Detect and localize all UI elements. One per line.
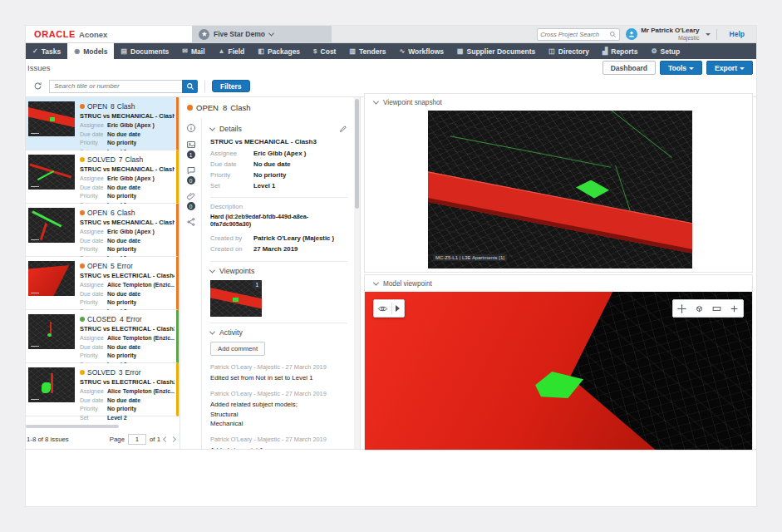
tools-button[interactable]: Tools [660,61,702,75]
detail-number: 8 [223,103,227,112]
zoom-window-icon[interactable] [708,300,725,317]
model-3d-viewport[interactable] [365,292,752,450]
share-icon[interactable] [186,217,196,227]
dashboard-button[interactable]: Dashboard [602,61,656,75]
supplier-documents-icon: ▦ [457,47,464,55]
nav-item-models[interactable]: ◉Models [67,43,114,59]
field-value: No due date [107,131,140,140]
add-comment-button[interactable]: Add comment [210,342,265,356]
next-page-icon[interactable] [170,436,176,442]
comments-button[interactable]: 0 [186,165,196,185]
horizontal-scrollbar[interactable] [26,425,175,429]
search-button[interactable] [182,80,198,93]
red-beam-shape [28,265,69,296]
issues-search-input[interactable] [54,82,178,90]
nav-item-reports[interactable]: ▟Reports [596,43,644,59]
scrollbar-thumb[interactable] [26,425,119,428]
issue-field-row: SetLevel 2 [80,414,175,423]
wireframe-line [601,111,672,158]
user-avatar-icon [626,28,637,40]
viewpoint-thumbnail[interactable]: 1 [210,280,262,317]
user-names: Mr Patrick O'Leary Majestic [641,27,699,41]
scrollbar-thumb[interactable] [355,99,359,209]
refresh-icon[interactable] [33,81,42,91]
activity-text-line: Edited set from Not in set to Level 1 [210,373,347,382]
issue-field-row: PriorityNo priority [80,298,175,308]
field-value: No due date [107,290,140,299]
field-value: No priority [107,405,136,414]
detail-scrollbar[interactable] [354,97,360,449]
issues-list: OPEN 8 Clash STRUC vs MECHANICAL - Clash… [26,97,179,416]
images-count-badge: 1 [187,150,195,159]
status-dot [80,264,85,268]
pan-icon[interactable] [673,300,691,317]
orbit-cube-icon[interactable] [691,300,708,317]
zoom-in-icon[interactable] [725,300,743,317]
previous-page-icon[interactable] [163,436,169,442]
nav-item-packages[interactable]: ◧Packages [251,43,307,59]
cross-project-search-input[interactable] [540,31,609,38]
comment-icon [186,165,196,175]
model-reference-label: MC-Z5-L1 | L3E Apartments [1] [433,254,507,261]
packages-icon: ◧ [258,47,264,55]
green-clash-shape [576,180,609,199]
issue-detail-panel: OPEN 8 Clash 1 0 [180,97,361,449]
expand-arrow-icon[interactable] [392,300,404,317]
triangle-right-icon [396,305,403,312]
issue-field-row: Due dateNo due date [80,290,175,299]
nav-item-setup[interactable]: ⚙Setup [644,43,686,59]
nav-item-supplier-documents[interactable]: ▦Supplier Documents [450,43,542,59]
issues-count: 1-8 of 8 issues [27,436,69,443]
nav-item-field[interactable]: ▲Field [212,43,252,59]
activity-section-header[interactable]: Activity [210,328,347,337]
field-value: No priority [107,298,136,308]
issue-card[interactable]: SOLVED 3 Error STRUC vs ELECTRICAL - Cla… [26,363,179,416]
user-menu[interactable]: Mr Patrick O'Leary Majestic [626,27,710,41]
viewpoint-snapshot-image[interactable]: MC-Z5-L1 | L3E Apartments [1] [428,111,692,268]
viewpoints-section-header[interactable]: Viewpoints [210,267,347,275]
issue-card[interactable]: OPEN 8 Clash STRUC vs MECHANICAL - Clash… [26,97,179,150]
issue-field-row: AssigneeAlice Templeton (Enzic... [80,387,175,397]
issue-field-row: AssigneeEric Gibb (Apex ) [80,175,175,184]
issues-search-field[interactable] [49,80,182,93]
nav-item-directory[interactable]: ◫Directory [542,43,596,59]
attachments-button[interactable]: 0 [186,191,196,210]
issue-card[interactable]: CLOSED 4 Error STRUC vs ELECTRICAL - Cla… [26,310,179,363]
field-value: No priority [107,192,136,201]
issue-title: STRUC vs ELECTRICAL - Clash4 [80,272,175,279]
nav-item-tenders[interactable]: ▥Tenders [342,43,392,59]
nav-item-mail[interactable]: ✉Mail [175,43,211,59]
nav-item-documents[interactable]: ▤Documents [114,43,175,59]
mail-icon: ✉ [182,47,188,55]
divider [210,197,347,198]
nav-item-cost[interactable]: $Cost [307,43,342,59]
details-section-header[interactable]: Details [210,125,347,133]
green-clash-shape [40,224,47,241]
issue-number: 3 [119,368,123,377]
issue-card[interactable]: SOLVED 7 Clash STRUC vs MECHANICAL - Cla… [26,150,179,204]
model-viewpoint-header[interactable]: Model viewpoint [365,275,752,291]
viewpoint-snapshot-header[interactable]: Viewpoint snapshot [365,94,752,110]
edit-pencil-icon[interactable] [339,125,347,133]
issue-card[interactable]: OPEN 6 Clash STRUC vs MECHANICAL - Clash… [26,204,179,257]
cross-project-search[interactable] [537,28,620,41]
top-header: ORACLE Aconex Five Star Demo Mr [26,26,756,43]
setup-icon: ⚙ [651,47,657,55]
field-icon: ▲ [219,47,225,55]
page-number-input[interactable] [128,434,146,445]
issue-status: SOLVED [87,368,116,377]
model-viewpoint-section: Model viewpoint [364,274,753,451]
issue-thumbnail [28,261,75,296]
viewpoint-images-button[interactable]: 1 [186,140,196,159]
visibility-eye-icon[interactable] [374,300,391,317]
nav-item-tasks[interactable]: ✓Tasks [26,43,67,59]
project-selector[interactable]: Five Star Demo [192,26,332,42]
issue-card[interactable]: OPEN 5 Error STRUC vs ELECTRICAL - Clash… [26,257,179,310]
export-button[interactable]: Export [706,61,753,75]
help-link[interactable]: Help [723,30,751,38]
activity-meta: Patrick O'Leary - Majestic - 27 March 20… [210,436,347,443]
nav-item-workflows[interactable]: ∿Workflows [392,43,450,59]
info-icon[interactable] [186,123,196,133]
filters-button[interactable]: Filters [212,80,250,92]
search-icon[interactable] [609,31,617,38]
